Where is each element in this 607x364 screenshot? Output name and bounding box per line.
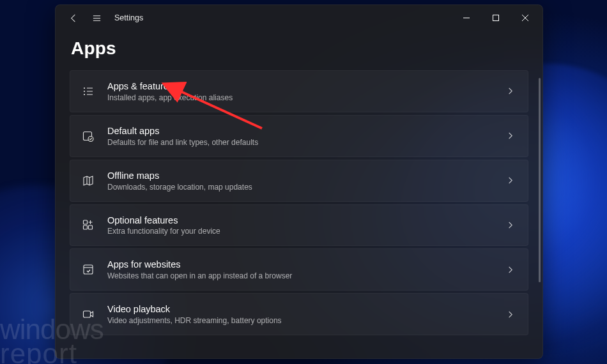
nav-item-subtitle: Video adjustments, HDR streaming, batter… — [107, 316, 492, 325]
nav-item-title: Optional features — [107, 215, 492, 227]
chevron-right-icon — [503, 221, 516, 229]
nav-item-apps-for-websites[interactable]: Apps for websites Websites that can open… — [70, 248, 528, 291]
svg-rect-6 — [84, 220, 88, 224]
svg-point-3 — [84, 94, 85, 95]
nav-item-title: Apps for websites — [107, 259, 492, 271]
svg-rect-7 — [84, 225, 88, 229]
chevron-right-icon — [503, 176, 516, 185]
titlebar: Settings — [56, 5, 542, 31]
back-button[interactable] — [65, 9, 82, 27]
close-button[interactable] — [511, 8, 540, 28]
nav-item-optional-features[interactable]: Optional features Extra functionality fo… — [70, 204, 528, 246]
nav-item-title: Video playback — [107, 303, 492, 315]
scrollbar[interactable] — [539, 78, 541, 282]
nav-item-title: Default apps — [107, 125, 492, 137]
settings-list: Apps & features Installed apps, app exec… — [56, 70, 542, 358]
nav-item-subtitle: Extra functionality for your device — [107, 227, 492, 236]
nav-item-subtitle: Installed apps, app execution aliases — [107, 93, 492, 102]
chevron-right-icon — [503, 132, 516, 140]
video-playback-icon — [81, 307, 96, 322]
svg-point-1 — [84, 87, 85, 89]
nav-item-subtitle: Websites that can open in an app instead… — [107, 271, 492, 280]
svg-rect-8 — [89, 225, 93, 229]
chevron-right-icon — [503, 310, 516, 319]
chevron-right-icon — [503, 87, 516, 95]
apps-features-icon — [81, 84, 96, 99]
svg-rect-10 — [84, 311, 91, 317]
settings-window: Settings Apps Apps & features In — [55, 4, 543, 359]
nav-item-offline-maps[interactable]: Offline maps Downloads, storage location… — [70, 160, 528, 202]
svg-point-2 — [84, 91, 85, 92]
chevron-right-icon — [503, 266, 516, 274]
svg-rect-0 — [493, 15, 499, 21]
nav-item-apps-and-features[interactable]: Apps & features Installed apps, app exec… — [70, 70, 528, 112]
maximize-button[interactable] — [481, 8, 511, 28]
nav-menu-button[interactable] — [88, 9, 105, 27]
page-header: Apps — [56, 31, 542, 70]
default-apps-icon — [81, 128, 96, 144]
nav-item-title: Offline maps — [107, 170, 492, 182]
nav-item-default-apps[interactable]: Default apps Defaults for file and link … — [70, 115, 528, 157]
minimize-button[interactable] — [452, 8, 481, 28]
offline-maps-icon — [81, 173, 96, 188]
apps-for-websites-icon — [81, 262, 96, 277]
optional-features-icon — [81, 217, 96, 232]
nav-item-subtitle: Defaults for file and link types, other … — [107, 138, 492, 147]
nav-item-title: Apps & features — [107, 80, 492, 93]
nav-item-subtitle: Downloads, storage location, map updates — [107, 183, 492, 192]
nav-item-video-playback[interactable]: Video playback Video adjustments, HDR st… — [70, 293, 528, 335]
window-title: Settings — [114, 13, 143, 22]
page-title: Apps — [71, 38, 527, 59]
